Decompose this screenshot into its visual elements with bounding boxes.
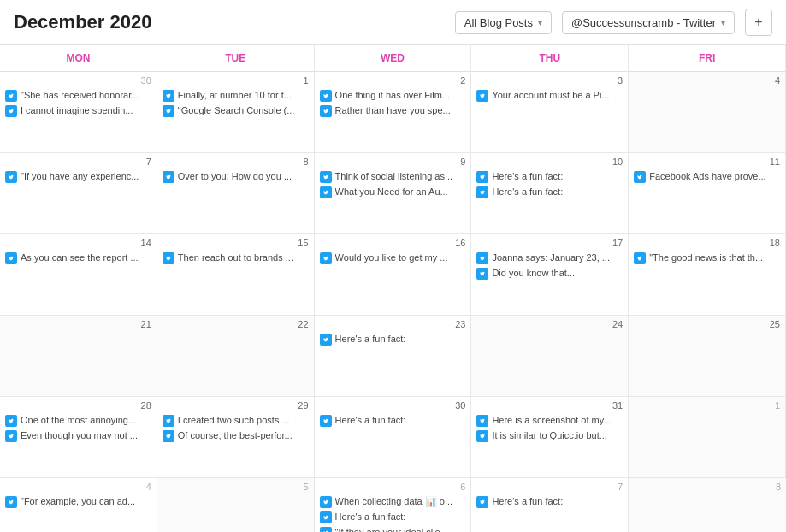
day-header-wed: WED bbox=[315, 45, 472, 72]
post-text: "If they are your ideal clie... bbox=[335, 526, 448, 532]
filter-twitter-account[interactable]: @Successunscramb - Twitter ▾ bbox=[562, 11, 735, 34]
post-item[interactable]: Here's a fun fact: bbox=[476, 495, 623, 508]
post-item[interactable]: As you can see the report ... bbox=[5, 251, 151, 264]
calendar-cell: 23Here's a fun fact: bbox=[315, 316, 472, 397]
post-text: Rather than have you spe... bbox=[335, 104, 451, 116]
cell-date: 30 bbox=[5, 75, 151, 86]
post-item[interactable]: Over to you; How do you ... bbox=[163, 170, 309, 183]
post-item[interactable]: Here's a fun fact: bbox=[320, 414, 466, 427]
post-item[interactable]: What you Need for an Au... bbox=[320, 186, 466, 198]
calendar-cell: 10Here's a fun fact:Here's a fun fact: bbox=[471, 153, 629, 234]
post-item[interactable]: "For example, you can ad... bbox=[5, 495, 151, 508]
post-item[interactable]: Finally, at number 10 for t... bbox=[163, 89, 309, 102]
post-text: Think of social listening as... bbox=[335, 170, 453, 182]
post-text: Facebook Ads have prove... bbox=[649, 170, 765, 182]
post-item[interactable]: Even though you may not ... bbox=[5, 429, 151, 442]
post-item[interactable]: Of course, the best-perfor... bbox=[163, 429, 309, 442]
post-item[interactable]: I created two such posts ... bbox=[163, 414, 309, 427]
cell-date: 24 bbox=[476, 319, 623, 329]
post-item[interactable]: I cannot imagine spendin... bbox=[5, 104, 151, 117]
twitter-icon bbox=[320, 527, 332, 532]
post-item[interactable]: When collecting data 📊 o... bbox=[320, 495, 466, 508]
twitter-icon bbox=[320, 186, 332, 198]
day-header-thu: THU bbox=[471, 45, 629, 72]
day-header-mon: MON bbox=[0, 45, 157, 72]
cell-date: 17 bbox=[476, 238, 623, 248]
post-item[interactable]: Here's a fun fact: bbox=[320, 511, 466, 523]
calendar-cell: 29I created two such posts ...Of course,… bbox=[157, 397, 315, 478]
post-item[interactable]: It is similar to Quicc.io but... bbox=[476, 429, 623, 442]
filter2-label: @Successunscramb - Twitter bbox=[571, 16, 716, 29]
post-item[interactable]: "Google Search Console (... bbox=[163, 104, 309, 117]
calendar-cell: 30Here's a fun fact: bbox=[315, 397, 472, 478]
post-item[interactable]: Joanna says: January 23, ... bbox=[476, 251, 623, 264]
calendar-cell: 7"If you have any experienc... bbox=[0, 153, 157, 234]
post-item[interactable]: Facebook Ads have prove... bbox=[634, 170, 780, 183]
post-text: I cannot imagine spendin... bbox=[21, 104, 133, 116]
cell-date: 22 bbox=[163, 319, 309, 329]
post-text: What you Need for an Au... bbox=[335, 186, 448, 198]
post-text: "Google Search Console (... bbox=[178, 104, 295, 116]
cell-date: 11 bbox=[634, 157, 780, 167]
twitter-icon bbox=[320, 171, 332, 183]
post-text: "If you have any experienc... bbox=[21, 170, 139, 182]
post-item[interactable]: Rather than have you spe... bbox=[320, 104, 466, 117]
post-text: Here's a fun fact: bbox=[335, 511, 406, 523]
post-item[interactable]: "If they are your ideal clie... bbox=[320, 526, 466, 532]
cell-date: 30 bbox=[320, 400, 466, 411]
cell-date: 10 bbox=[476, 157, 623, 167]
cell-date: 1 bbox=[634, 400, 780, 411]
post-text: One thing it has over Film... bbox=[335, 89, 451, 101]
cell-date: 6 bbox=[320, 482, 466, 492]
post-item[interactable]: Here's a fun fact: bbox=[476, 170, 623, 183]
add-button[interactable]: + bbox=[745, 9, 772, 36]
post-item[interactable]: One thing it has over Film... bbox=[320, 89, 466, 102]
twitter-icon bbox=[320, 511, 332, 523]
post-item[interactable]: Here's a fun fact: bbox=[476, 186, 623, 198]
cell-date: 18 bbox=[634, 238, 780, 248]
cell-date: 2 bbox=[320, 75, 466, 86]
post-text: Here's a fun fact: bbox=[335, 414, 406, 426]
twitter-icon bbox=[5, 252, 17, 264]
post-item[interactable]: Did you know that... bbox=[476, 267, 623, 280]
calendar-cell: 30"She has received honorar...I cannot i… bbox=[0, 72, 157, 153]
day-header-tue: TUE bbox=[157, 45, 315, 72]
cell-date: 23 bbox=[320, 319, 466, 329]
cell-date: 4 bbox=[5, 482, 151, 492]
twitter-icon bbox=[163, 252, 174, 264]
cell-date: 4 bbox=[634, 75, 780, 86]
twitter-icon bbox=[163, 90, 174, 102]
post-item[interactable]: One of the most annoying... bbox=[5, 414, 151, 427]
twitter-icon bbox=[476, 268, 488, 280]
post-item[interactable]: "If you have any experienc... bbox=[5, 170, 151, 183]
post-item[interactable]: Here is a screenshot of my... bbox=[476, 414, 623, 427]
calendar-cell: 7Here's a fun fact: bbox=[471, 478, 629, 532]
calendar-cell: 31Here is a screenshot of my...It is sim… bbox=[471, 397, 629, 478]
twitter-icon bbox=[476, 186, 488, 198]
post-text: Would you like to get my ... bbox=[335, 251, 448, 263]
post-text: Here's a fun fact: bbox=[492, 186, 563, 198]
twitter-icon bbox=[163, 430, 174, 442]
post-item[interactable]: Here's a fun fact: bbox=[320, 333, 466, 346]
post-text: "The good news is that th... bbox=[649, 251, 763, 263]
post-item[interactable]: Your account must be a Pi... bbox=[476, 89, 623, 102]
calendar-cell: 6When collecting data 📊 o...Here's a fun… bbox=[315, 478, 472, 532]
twitter-icon bbox=[634, 252, 646, 264]
twitter-icon bbox=[320, 90, 332, 102]
twitter-icon bbox=[634, 171, 646, 183]
filter-blog-posts[interactable]: All Blog Posts ▾ bbox=[455, 11, 552, 34]
post-item[interactable]: Think of social listening as... bbox=[320, 170, 466, 183]
twitter-icon bbox=[320, 415, 332, 427]
twitter-icon bbox=[320, 252, 332, 264]
post-item[interactable]: "The good news is that th... bbox=[634, 251, 780, 264]
cell-date: 31 bbox=[476, 400, 623, 411]
post-item[interactable]: Would you like to get my ... bbox=[320, 251, 466, 264]
calendar-cell: 4 bbox=[629, 72, 786, 153]
post-text: Did you know that... bbox=[492, 267, 575, 279]
calendar-cell: 1Finally, at number 10 for t..."Google S… bbox=[157, 72, 315, 153]
calendar-cell: 22 bbox=[157, 316, 315, 397]
twitter-icon bbox=[320, 496, 332, 508]
post-item[interactable]: "She has received honorar... bbox=[5, 89, 151, 102]
cell-date: 5 bbox=[163, 482, 309, 492]
post-item[interactable]: Then reach out to brands ... bbox=[163, 251, 309, 264]
